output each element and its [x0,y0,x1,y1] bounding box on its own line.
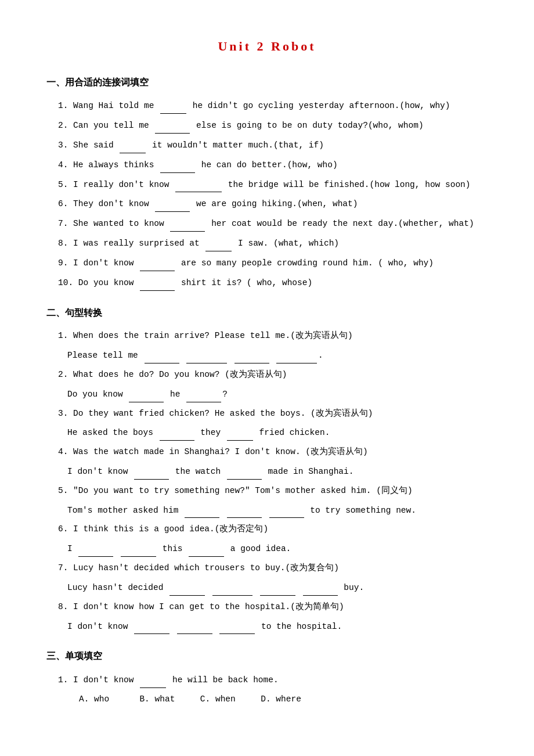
choices-1: A. who B. what C. when D. where [46,692,488,707]
list-item: 1. When does the train arrive? Please te… [58,328,488,344]
sub-answer-5: Tom's mother asked him to try something … [46,502,488,519]
list-item: 9. I don't know are so many people crowd… [58,255,488,271]
section-2-questions-8: 8. I don't know how I can get to the hos… [46,599,488,615]
section-2: 二、句型转换 1. When does the train arrive? Pl… [46,305,488,635]
list-item: 2. Can you tell me else is going to be o… [58,117,488,134]
list-item: 5. "Do you want to try something new?" T… [58,483,488,499]
section-2-questions-5: 5. "Do you want to try something new?" T… [46,483,488,499]
list-item: 6. I think this is a good idea.(改为否定句) [58,521,488,537]
section-2-title: 二、句型转换 [46,305,488,322]
section-1: 一、用合适的连接词填空 1. Wang Hai told me he didn'… [46,74,488,291]
list-item: 3. Do they want fried chicken? He asked … [58,406,488,422]
list-item: 1. I don't know he will be back home. [58,672,488,688]
list-item: 8. I was really surprised at I saw. (wha… [58,235,488,251]
sub-answer-7: Lucy hasn't decided buy. [46,579,488,596]
list-item: 7. She wanted to know her coat would be … [58,215,488,232]
section-1-questions: 1. Wang Hai told me he didn't go cycling… [46,98,488,290]
page-title: Unit 2 Robot [46,35,488,58]
sub-answer-4: I don't know the watch made in Shanghai. [46,463,488,480]
list-item: 8. I don't know how I can get to the hos… [58,599,488,615]
list-item: 7. Lucy hasn't decided which trousers to… [58,560,488,576]
section-2-questions-3: 3. Do they want fried chicken? He asked … [46,406,488,422]
sub-answer-1: Please tell me . [46,347,488,363]
section-2-questions-7: 7. Lucy hasn't decided which trousers to… [46,560,488,576]
section-1-title: 一、用合适的连接词填空 [46,74,488,91]
list-item: 1. Wang Hai told me he didn't go cycling… [58,98,488,114]
list-item: 6. They don't know we are going hiking.(… [58,196,488,212]
section-3-title: 三、单项填空 [46,648,488,665]
list-item: 5. I really don't know the bridge will b… [58,177,488,193]
list-item: 3. She said it wouldn't matter much.(tha… [58,137,488,153]
list-item: 2. What does he do? Do you know? (改为宾语从句… [58,367,488,383]
section-2-questions-2: 2. What does he do? Do you know? (改为宾语从句… [46,367,488,383]
section-2-questions-4: 4. Was the watch made in Shanghai? I don… [46,444,488,460]
sub-answer-2: Do you know he ? [46,386,488,402]
section-3-questions: 1. I don't know he will be back home. [46,672,488,688]
section-3: 三、单项填空 1. I don't know he will be back h… [46,648,488,707]
list-item: 4. Was the watch made in Shanghai? I don… [58,444,488,460]
sub-answer-3: He asked the boys they fried chicken. [46,424,488,441]
sub-answer-6: I this a good idea. [46,541,488,557]
section-2-questions-6: 6. I think this is a good idea.(改为否定句) [46,521,488,537]
list-item: 10. Do you know shirt it is? ( who, whos… [58,275,488,291]
list-item: 4. He always thinks he can do better.(ho… [58,157,488,173]
section-2-questions: 1. When does the train arrive? Please te… [46,328,488,344]
sub-answer-8: I don't know to the hospital. [46,618,488,635]
